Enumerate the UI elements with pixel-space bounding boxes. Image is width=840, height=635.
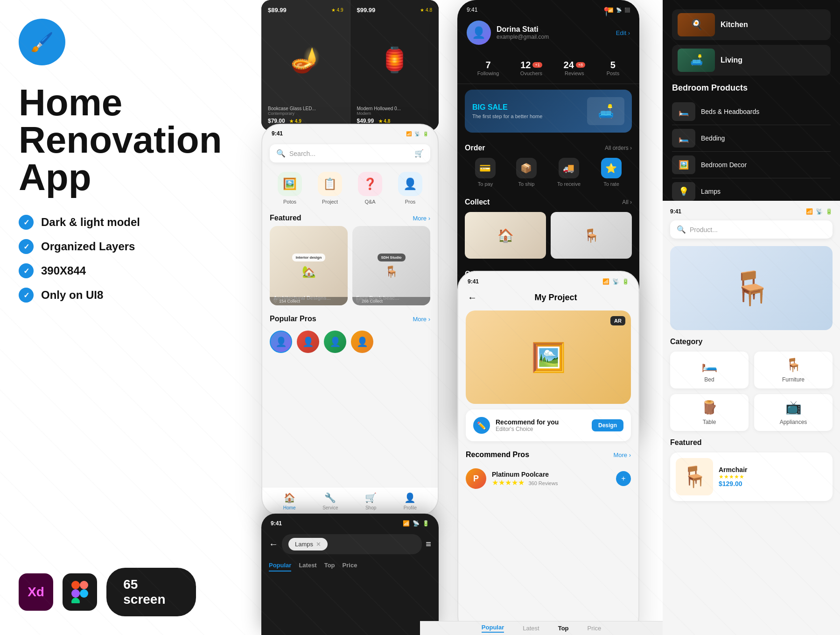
featured-card-1[interactable]: Interior design 🏡 Architectural Designs.… <box>270 226 348 305</box>
featured-card-2[interactable]: SDH Studio 🪑 Face Rock beac... ♡ 266 Col… <box>352 226 430 305</box>
profile-info: Dorina Stati example@gmail.com <box>497 25 616 40</box>
order-all-link[interactable]: All orders › <box>605 145 632 151</box>
edit-link[interactable]: Edit › <box>616 29 630 36</box>
filter-icon[interactable]: ≡ <box>426 539 431 550</box>
product-2-price: $99.99 <box>357 7 376 14</box>
tab-latest-bottom[interactable]: Latest <box>523 625 539 632</box>
bedroom-beds[interactable]: 🛏️ Beds & Headboards <box>672 99 831 125</box>
category-row: 🖼️ Potos 📋 Project ❓ Q&A 👤 Pros <box>262 166 438 210</box>
feature-text-1: Dark & light model <box>41 216 140 229</box>
cat-table[interactable]: 🪵 Table <box>670 394 749 431</box>
kitchen-card[interactable]: 🍳 Kitchen <box>672 9 831 40</box>
product-1-rating-bottom: ★ 4.9 <box>289 119 301 124</box>
right-search-icon: 🔍 <box>677 225 686 234</box>
cat-project[interactable]: 📋 Project <box>318 172 342 205</box>
paint-roller-icon: 🖌️ <box>30 31 54 53</box>
left-section: 🖌️ Home Renovation App ✓ Dark & light mo… <box>0 0 215 635</box>
lamps-label: Lamps <box>701 188 721 195</box>
nav-profile-label: Profile <box>404 505 417 510</box>
cart-icon[interactable]: 🛒 <box>414 149 424 158</box>
add-pro-button[interactable]: + <box>616 471 631 486</box>
right-search-bar[interactable]: 🔍 Product... <box>670 220 833 239</box>
living-label: Living <box>721 56 742 64</box>
pro-avatar-3[interactable]: 👤 <box>324 331 346 353</box>
svg-rect-4 <box>71 598 80 603</box>
feature-text-4: Only on UI8 <box>41 289 103 302</box>
tab-price-bottom[interactable]: Price <box>588 625 602 632</box>
popular-pros-more[interactable]: More › <box>413 316 430 323</box>
project-image: 🖼️ AR <box>466 310 631 404</box>
collect-img-2[interactable]: 🪑 <box>551 212 632 259</box>
order-to-rate[interactable]: ⭐ To rate <box>601 158 622 187</box>
recommend-title: Recommend for you <box>496 418 559 426</box>
bedroom-decor[interactable]: 🖼️ Bedroom Decor <box>672 152 831 178</box>
collect-img-1[interactable]: 🏠 <box>465 212 546 259</box>
project-title: My Project <box>483 293 629 303</box>
stat-following-num: 7 <box>477 60 499 71</box>
big-sale-banner[interactable]: BIG SALE The first step for a better hom… <box>465 90 632 133</box>
cat-potos-label: Potos <box>283 199 296 205</box>
tab-latest[interactable]: Latest <box>299 562 316 572</box>
cat-qa-label: Q&A <box>364 199 375 205</box>
featured-header: Featured More › <box>262 210 438 226</box>
lamps-icon: 💡 <box>672 182 695 201</box>
nav-shop[interactable]: 🛒 Shop <box>365 492 377 510</box>
product-1-price-bottom: $79.00 <box>268 118 285 124</box>
ar-badge: AR <box>610 316 625 325</box>
bedroom-bedding[interactable]: 🛏️ Bedding <box>672 125 831 152</box>
home-phone: 9:41 📶 📡 🔋 🔍 Search... 🛒 🖼️ Potos 📋 Proj… <box>261 124 439 516</box>
recommend-pros-more[interactable]: More › <box>613 452 631 459</box>
to-rate-label: To rate <box>603 181 619 187</box>
nav-service[interactable]: 🔧 Service <box>322 492 338 510</box>
tab-top[interactable]: Top <box>324 562 335 572</box>
recommend-pros-header: Recommend Pros More › <box>458 447 638 463</box>
living-card[interactable]: 🛋️ Living <box>672 45 831 76</box>
logo: 🖌️ <box>19 19 65 65</box>
cat-pros[interactable]: 👤 Pros <box>398 172 422 205</box>
to-receive-label: To receive <box>557 181 581 187</box>
tab-popular-bottom[interactable]: Popular <box>482 624 504 633</box>
tab-price[interactable]: Price <box>343 562 357 572</box>
pro-avatar-4[interactable]: 👤 <box>351 331 373 353</box>
to-pay-label: To pay <box>478 181 493 187</box>
pro-avatar-2[interactable]: 👤 <box>297 331 319 353</box>
big-sale-text: BIG SALE The first step for a better hom… <box>472 103 581 119</box>
chair-img: 🪑 <box>676 458 713 495</box>
feature-item-4: ✓ Only on UI8 <box>19 288 196 303</box>
right-light-panel: 9:41 📶📡🔋 🔍 Product... 🪑 Category 🛏️ Bed … <box>663 201 840 635</box>
cat-appliances[interactable]: 📺 Appliances <box>754 394 833 431</box>
project-phone: 9:41 📶📡🔋 ← My Project 🖼️ AR ✏️ Recommend… <box>457 271 639 635</box>
nav-profile[interactable]: 👤 Profile <box>404 492 417 510</box>
cat-bed[interactable]: 🛏️ Bed <box>670 352 749 388</box>
stat-following-label: Following <box>477 71 499 76</box>
design-button[interactable]: Design <box>592 419 623 431</box>
kitchen-img: 🍳 <box>678 13 715 36</box>
big-sale-subtitle: The first step for a better home <box>472 113 581 119</box>
bedding-label: Bedding <box>701 134 725 142</box>
search-header: ← Lamps ✕ ≡ <box>261 530 439 558</box>
collect-all-link[interactable]: All › <box>622 199 632 205</box>
tab-popular[interactable]: Popular <box>269 562 291 572</box>
featured-chair-card[interactable]: 🪑 Armchair ★★★★★ $129.00 <box>670 452 833 501</box>
tab-top-bottom[interactable]: Top <box>558 625 569 632</box>
featured-more[interactable]: More › <box>413 215 430 222</box>
order-to-receive[interactable]: 🚚 To receive <box>557 158 581 187</box>
back-button[interactable]: ← <box>468 292 477 303</box>
bedroom-lamps[interactable]: 💡 Lamps <box>672 178 831 201</box>
to-ship-icon: 📦 <box>516 158 537 178</box>
appliances-cat-label: Appliances <box>780 419 807 425</box>
order-to-ship[interactable]: 📦 To ship <box>516 158 537 187</box>
featured-product-image: 🪑 <box>670 246 833 330</box>
order-to-pay[interactable]: 💳 To pay <box>475 158 496 187</box>
lamps-search-bar[interactable]: Lamps ✕ <box>282 534 422 554</box>
popular-pros-header: Popular Pros More › <box>262 311 438 327</box>
nav-home[interactable]: 🏠 Home <box>283 492 296 510</box>
search-back-button[interactable]: ← <box>269 539 278 550</box>
pro-avatar-1[interactable]: 👤 <box>270 331 292 353</box>
search-bar[interactable]: 🔍 Search... 🛒 <box>270 144 430 162</box>
cat-qa[interactable]: ❓ Q&A <box>358 172 382 205</box>
cat-potos[interactable]: 🖼️ Potos <box>278 172 302 205</box>
product-2-icon: 🏮 <box>379 46 410 74</box>
feature-item-1: ✓ Dark & light model <box>19 215 196 230</box>
cat-furniture[interactable]: 🪑 Furniture <box>754 352 833 388</box>
